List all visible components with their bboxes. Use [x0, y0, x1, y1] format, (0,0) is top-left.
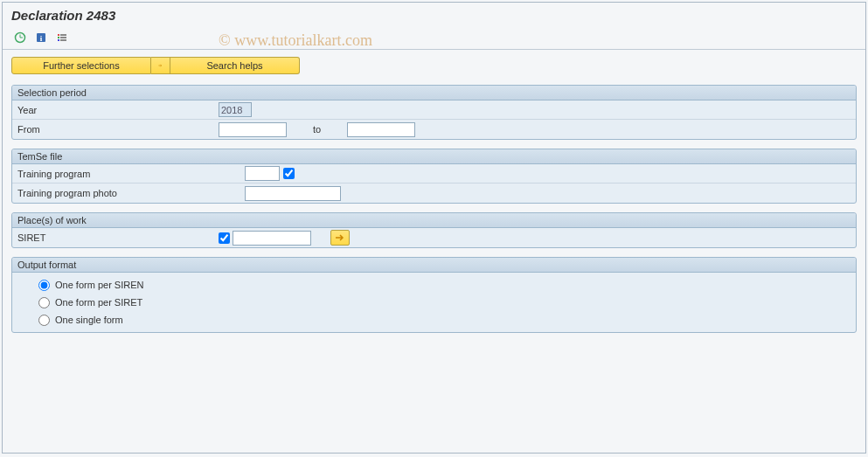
to-input[interactable] — [347, 122, 415, 137]
places-of-work-header: Place(s) of work — [12, 213, 856, 228]
title-area: Declaration 2483 — [3, 3, 865, 26]
training-program-input[interactable] — [245, 166, 280, 181]
temse-file-header: TemSe file — [12, 149, 856, 164]
radio-siret-label: One form per SIRET — [55, 297, 142, 308]
year-field[interactable]: 2018 — [219, 102, 252, 117]
radio-siren-label: One form per SIREN — [55, 280, 143, 290]
further-selections-arrow-button[interactable] — [151, 57, 170, 74]
siret-label: SIRET — [17, 232, 219, 243]
training-program-photo-label: Training program photo — [17, 188, 245, 198]
button-row: Further selections Search helps — [3, 50, 865, 81]
siret-input[interactable] — [233, 231, 311, 246]
icon-toolbar: i — [3, 26, 865, 50]
output-option-siret[interactable]: One form per SIRET — [12, 294, 856, 311]
siret-checkbox[interactable] — [219, 232, 230, 244]
list-icon[interactable] — [53, 30, 71, 45]
siret-multiple-selection-button[interactable] — [330, 230, 350, 246]
svg-rect-7 — [58, 39, 59, 41]
output-option-siren[interactable]: One form per SIREN — [12, 276, 856, 294]
temse-file-group: TemSe file Training program Training pro… — [11, 149, 857, 204]
content-area: Selection period Year 2018 From to TemSe… — [3, 81, 865, 345]
svg-rect-9 — [60, 37, 66, 38]
selection-period-header: Selection period — [12, 86, 856, 100]
year-label: Year — [17, 105, 219, 115]
selection-period-group: Selection period Year 2018 From to — [11, 85, 857, 140]
training-program-photo-input[interactable] — [245, 186, 341, 201]
output-option-single[interactable]: One single form — [12, 311, 856, 329]
output-format-header: Output format — [12, 258, 856, 273]
radio-single-label: One single form — [55, 315, 123, 325]
info-icon[interactable]: i — [32, 30, 50, 45]
execute-icon[interactable] — [11, 30, 29, 45]
svg-rect-6 — [58, 37, 59, 38]
year-row: Year 2018 — [12, 100, 856, 120]
to-label: to — [313, 124, 321, 135]
radio-single[interactable] — [38, 315, 50, 326]
svg-rect-5 — [58, 34, 59, 36]
from-label: From — [17, 124, 219, 135]
page-title: Declaration 2483 — [11, 8, 857, 23]
training-program-row: Training program — [12, 164, 856, 183]
training-program-checkbox[interactable] — [283, 168, 295, 179]
siret-row: SIRET — [12, 228, 856, 247]
svg-rect-10 — [60, 39, 66, 41]
radio-siret[interactable] — [38, 297, 50, 308]
search-helps-button[interactable]: Search helps — [170, 57, 300, 74]
from-to-row: From to — [12, 120, 856, 139]
svg-rect-8 — [60, 34, 66, 36]
training-program-photo-row: Training program photo — [12, 183, 856, 203]
places-of-work-group: Place(s) of work SIRET — [11, 212, 857, 248]
training-program-label: Training program — [17, 169, 245, 179]
output-format-group: Output format One form per SIREN One for… — [11, 257, 857, 333]
from-input[interactable] — [219, 122, 287, 137]
further-selections-button[interactable]: Further selections — [11, 57, 151, 74]
radio-siren[interactable] — [38, 280, 50, 291]
